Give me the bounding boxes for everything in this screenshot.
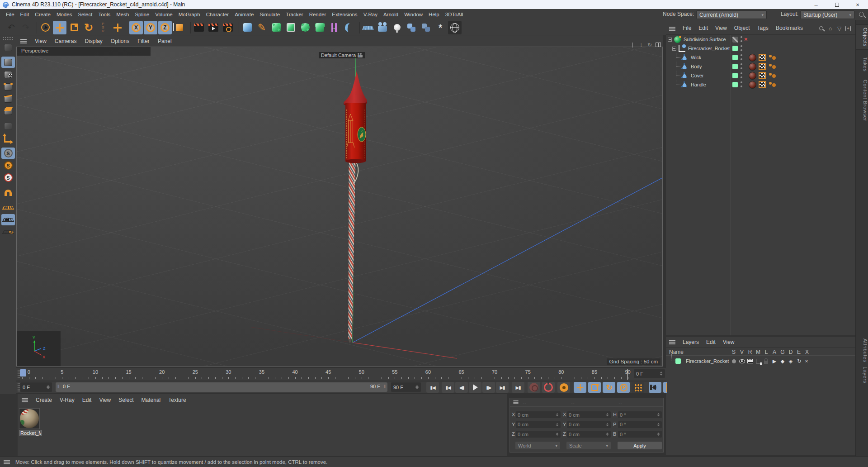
menu-item-character[interactable]: Character (206, 12, 229, 17)
key-position-button[interactable] (574, 382, 586, 393)
home-icon[interactable]: ⌂ (827, 25, 833, 31)
lock-icon[interactable] (762, 357, 770, 365)
rotate-view-icon[interactable]: ↻ (646, 42, 653, 48)
rotation-b-field[interactable]: 0 ° (618, 431, 662, 438)
go-to-end-button[interactable]: ▶▮ (512, 382, 524, 393)
material-tag-icon[interactable] (749, 54, 756, 62)
coordinate-system-icon[interactable] (173, 21, 186, 34)
spline-pen-icon[interactable]: ✎ (255, 21, 269, 34)
visible-icon[interactable] (738, 357, 746, 365)
live-selection-icon[interactable] (38, 21, 52, 34)
extrude-icon[interactable] (284, 21, 297, 34)
phong-tag-icon[interactable] (769, 82, 778, 87)
camera-icon[interactable] (376, 21, 389, 34)
workplane-icon[interactable] (1, 202, 15, 213)
frame-offset-field[interactable]: 0 F (634, 369, 665, 378)
menu-item-tools[interactable]: Tools (98, 12, 110, 17)
panel-menu-icon[interactable] (22, 398, 28, 402)
menu-item-cameras[interactable]: Cameras (55, 38, 77, 44)
enabled-toggle[interactable] (732, 46, 738, 51)
viewport-canvas[interactable]: Y Z X Perspective Default Camera Grid Sp… (16, 47, 663, 367)
firecracker-rocket-model[interactable] (344, 71, 367, 343)
menu-item-mesh[interactable]: Mesh (116, 12, 129, 17)
menu-item-select[interactable]: Select (118, 397, 133, 403)
tab-attributes[interactable]: Attributes (856, 336, 868, 365)
move-tool-icon[interactable] (53, 21, 66, 34)
menu-item-bookmarks[interactable]: Bookmarks (776, 25, 803, 31)
key-rotation-button[interactable]: ↻ (603, 382, 615, 393)
add-cube-icon[interactable] (241, 21, 254, 34)
material-tag-icon[interactable] (749, 63, 756, 71)
visibility-dots[interactable] (741, 54, 742, 61)
layout-select[interactable]: Startup (User)▾ (800, 10, 854, 19)
generators-icon[interactable]: ◆ (778, 357, 787, 365)
menu-item-texture[interactable]: Texture (168, 397, 186, 403)
camera-label[interactable]: Default Camera (319, 52, 365, 58)
visibility-dots[interactable] (741, 36, 742, 43)
menu-item-layers[interactable]: Layers (683, 339, 699, 345)
position-y-field[interactable]: 0 cm (516, 421, 561, 428)
phong-tag-icon[interactable] (769, 64, 778, 69)
end-frame-field[interactable]: 90 F (391, 382, 421, 392)
toolbar-grip[interactable] (3, 37, 14, 40)
tab-objects[interactable]: Objects (856, 24, 868, 50)
model-mode-icon[interactable] (1, 57, 15, 68)
go-to-next-key-button[interactable]: ▶▮ (496, 382, 509, 393)
keying-options-button[interactable] (557, 382, 570, 393)
coord-psr-icon[interactable]: PSR (96, 21, 110, 34)
rotate-tool-icon[interactable]: ↻ (82, 21, 95, 34)
tree-row-firecracker-rocket[interactable]: Firecracker_Rocket × (666, 44, 855, 53)
layer-color-chip[interactable] (675, 358, 681, 364)
menu-item-view[interactable]: View (35, 38, 47, 44)
add-object-icon[interactable]: + (845, 26, 851, 31)
make-editable-icon[interactable] (1, 42, 15, 53)
filter-icon[interactable]: ▽ (836, 25, 842, 31)
search-objects-icon[interactable] (818, 25, 824, 31)
zoom-view-icon[interactable]: ↕ (638, 42, 644, 48)
tree-row-subdivision-surface[interactable]: Subdivision Surface × (666, 35, 855, 44)
visibility-dots[interactable] (741, 81, 742, 88)
snap-modes-icon[interactable]: S (1, 160, 15, 171)
last-tool-icon[interactable] (111, 21, 124, 34)
menu-item-edit[interactable]: Edit (706, 339, 716, 345)
panel-menu-icon[interactable] (513, 400, 518, 404)
status-menu-icon[interactable] (4, 460, 10, 464)
axis-mode-icon[interactable] (1, 133, 15, 144)
panel-menu-icon[interactable] (669, 340, 675, 344)
phong-tag-icon[interactable] (769, 55, 778, 60)
visibility-dots[interactable] (741, 72, 742, 79)
play-button[interactable] (469, 382, 481, 393)
menu-item-v-ray[interactable]: V-Ray (60, 397, 75, 403)
menu-item-options[interactable]: Options (111, 38, 129, 44)
enabled-toggle[interactable] (732, 82, 738, 87)
phong-tag-icon[interactable] (769, 73, 778, 78)
menu-item-select[interactable]: Select (78, 12, 92, 17)
material-tag-icon[interactable] (749, 81, 756, 89)
uvw-tag-icon[interactable] (759, 63, 766, 70)
minimize-button[interactable]: – (806, 0, 826, 9)
render-icon[interactable] (746, 357, 754, 365)
spinner-icon[interactable] (47, 385, 50, 389)
editor-visibility-toggle[interactable] (732, 37, 738, 43)
go-to-start-button[interactable]: ▮◀ (426, 382, 439, 393)
tweak-mode-icon[interactable] (1, 120, 15, 132)
solo-icon[interactable] (730, 357, 738, 365)
key-scale-button[interactable] (588, 382, 601, 393)
menu-item-modes[interactable]: Modes (57, 12, 72, 17)
polygons-mode-icon[interactable] (1, 105, 15, 117)
collapse-icon[interactable] (668, 38, 672, 42)
content-browser-icon[interactable] (448, 21, 462, 34)
tab-layers[interactable]: Layers (856, 364, 868, 386)
menu-item-edit[interactable]: Edit (82, 397, 92, 403)
python-tag-icon[interactable] (419, 21, 433, 34)
magnet-icon[interactable] (1, 187, 15, 198)
collapse-icon[interactable] (672, 47, 676, 51)
array-icon[interactable] (313, 21, 326, 34)
menu-item-help[interactable]: Help (429, 12, 439, 17)
lock-x-axis-icon[interactable]: X (129, 21, 143, 34)
go-to-previous-key-button[interactable]: ▮◀ (442, 382, 454, 393)
menu-item-create[interactable]: Create (36, 397, 52, 403)
light-icon[interactable] (390, 21, 404, 34)
range-grip-right[interactable]: ‖ (383, 384, 386, 389)
enable-snap-icon[interactable]: S (1, 148, 15, 159)
